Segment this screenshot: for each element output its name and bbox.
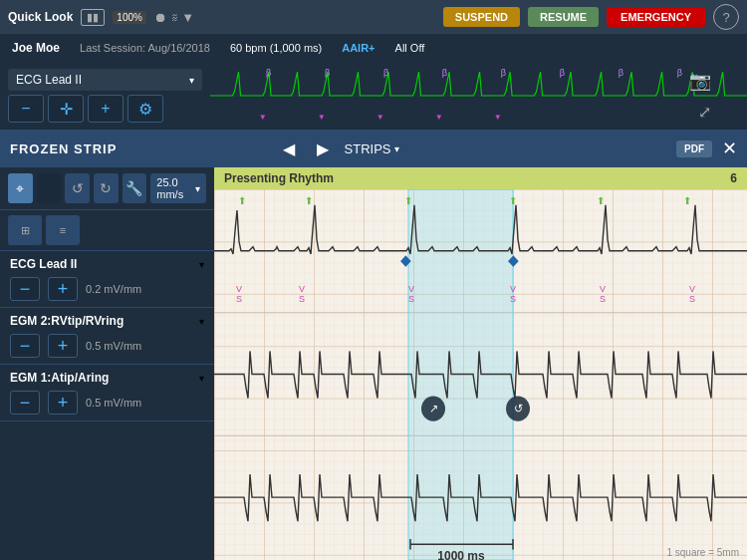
- svg-text:1000 ms: 1000 ms: [437, 549, 485, 560]
- svg-text:⬆: ⬆: [404, 194, 412, 205]
- frozen-strip-bar: FROZEN STRIP ◀ ▶ STRIPS ▾ PDF ✕: [0, 130, 747, 167]
- egm2-plus-button[interactable]: +: [48, 334, 78, 358]
- battery-percent: 100%: [113, 11, 146, 24]
- resume-button[interactable]: RESUME: [528, 7, 599, 27]
- speed-chevron-icon: ▾: [195, 183, 200, 194]
- right-panel: Presenting Rhythm 6: [214, 167, 747, 560]
- ecg-plus-button[interactable]: +: [88, 95, 124, 123]
- svg-text:▼: ▼: [318, 113, 326, 122]
- svg-text:▼: ▼: [494, 113, 502, 122]
- channel-ecg-chevron-icon: ▾: [199, 259, 204, 270]
- svg-text:⬆: ⬆: [238, 194, 246, 205]
- chevron-down-icon: ▾: [189, 75, 194, 86]
- channel-egm2-header[interactable]: EGM 2:RVtip/RVring ▾: [10, 314, 204, 328]
- egm2-value: 0.5 mV/mm: [86, 340, 145, 352]
- egm1-value: 0.5 mV/mm: [86, 397, 145, 409]
- svg-text:V: V: [299, 284, 306, 294]
- strips-label: STRIPS: [345, 141, 391, 156]
- fill-tool-button[interactable]: [37, 173, 62, 203]
- presenting-rhythm-label: Presenting Rhythm: [224, 171, 334, 185]
- svg-text:V: V: [689, 284, 696, 294]
- ecg-grid-area: ⬆ ⬆ ⬆ ⬆ ⬆ ⬆ V S V S V S V S V S V S: [214, 189, 747, 560]
- ecg-ch-minus-button[interactable]: −: [10, 277, 40, 301]
- svg-text:S: S: [510, 294, 516, 304]
- ecg-controls: − ✛ + ⚙: [8, 95, 202, 123]
- ecg-lead-selector[interactable]: ECG Lead II ▾: [8, 69, 202, 91]
- presenting-rhythm-bar: Presenting Rhythm 6: [214, 167, 747, 189]
- channel-egm1-name: EGM 1:Atip/Aring: [10, 371, 109, 385]
- svg-text:V: V: [408, 284, 415, 294]
- grid-view-button[interactable]: ⊞: [8, 215, 42, 245]
- ecg-waveform-top: β β β β β β β β ▼ ▼ ▼ ▼ ▼: [210, 62, 747, 130]
- channel-egm2-name: EGM 2:RVtip/RVring: [10, 314, 124, 328]
- svg-text:▼: ▼: [435, 113, 443, 122]
- egm1-plus-button[interactable]: +: [48, 391, 78, 415]
- tools-row-2: ⊞ ≡: [0, 210, 214, 251]
- left-panel: ⌖ ↺ ↻ 🔧 25.0 mm/s ▾ ⊞ ≡ ECG Lead II ▾ − …: [0, 167, 214, 560]
- svg-text:◆: ◆: [400, 252, 411, 268]
- close-button[interactable]: ✕: [722, 138, 737, 159]
- svg-text:β: β: [619, 68, 623, 78]
- suspend-button[interactable]: SUSPEND: [443, 7, 520, 27]
- channel-egm1-controls: − + 0.5 mV/mm: [10, 391, 204, 415]
- svg-text:S: S: [600, 294, 606, 304]
- ecg-minus-button[interactable]: −: [8, 95, 44, 123]
- ecg-cursor-button[interactable]: ✛: [48, 95, 84, 123]
- svg-text:β: β: [325, 68, 330, 78]
- channel-ecg-lead-ii: ECG Lead II ▾ − + 0.2 mV/mm: [0, 251, 214, 308]
- redo-button[interactable]: ↻: [94, 173, 119, 203]
- patient-name: Joe Moe: [12, 41, 60, 55]
- help-button[interactable]: ?: [713, 4, 739, 30]
- egm2-minus-button[interactable]: −: [10, 334, 40, 358]
- caliper-tool-button[interactable]: ⌖: [8, 173, 33, 203]
- channel-ecg-name: ECG Lead II: [10, 257, 77, 271]
- svg-text:β: β: [383, 68, 388, 78]
- last-session: Last Session: Aug/16/2018: [80, 42, 210, 54]
- device-icon: ⏺ ≋ ▼: [154, 10, 194, 25]
- svg-text:β: β: [560, 68, 565, 78]
- svg-text:⬆: ⬆: [305, 194, 313, 205]
- svg-text:▼: ▼: [259, 113, 267, 122]
- patient-alloff: All Off: [395, 42, 425, 54]
- svg-text:⬆: ⬆: [597, 194, 605, 205]
- ecg-settings-button[interactable]: ⚙: [127, 95, 163, 123]
- channel-egm2: EGM 2:RVtip/RVring ▾ − + 0.5 mV/mm: [0, 308, 214, 365]
- emergency-button[interactable]: EMERGENCY: [607, 7, 705, 27]
- scale-label: 1 square = 5mm: [666, 547, 739, 558]
- pdf-button[interactable]: PDF: [676, 140, 712, 157]
- svg-text:⬆: ⬆: [683, 194, 691, 205]
- egm1-minus-button[interactable]: −: [10, 391, 40, 415]
- strips-dropdown[interactable]: STRIPS ▾: [345, 141, 400, 156]
- svg-text:↺: ↺: [514, 403, 523, 415]
- channel-egm1-header[interactable]: EGM 1:Atip/Aring ▾: [10, 371, 204, 385]
- prev-strip-button[interactable]: ◀: [277, 138, 301, 160]
- undo-button[interactable]: ↺: [65, 173, 90, 203]
- speed-selector[interactable]: 25.0 mm/s ▾: [150, 173, 206, 203]
- svg-text:V: V: [510, 284, 517, 294]
- channel-egm2-chevron-icon: ▾: [199, 316, 204, 327]
- frozen-strip-label: FROZEN STRIP: [10, 141, 267, 156]
- channel-ecg-header[interactable]: ECG Lead II ▾: [10, 257, 204, 271]
- camera-icon[interactable]: 📷: [689, 70, 711, 92]
- expand-icon[interactable]: ⤢: [698, 103, 711, 122]
- presenting-number: 6: [730, 171, 737, 185]
- wrench-button[interactable]: 🔧: [123, 173, 147, 203]
- patient-mode: AAIR+: [342, 42, 374, 54]
- battery-icon: ▮▮: [81, 9, 105, 26]
- svg-text:β: β: [501, 68, 506, 78]
- next-strip-button[interactable]: ▶: [311, 138, 335, 160]
- tools-row: ⌖ ↺ ↻ 🔧 25.0 mm/s ▾: [0, 167, 214, 210]
- strip-view-button[interactable]: ≡: [46, 215, 80, 245]
- ecg-ch-value: 0.2 mV/mm: [86, 283, 145, 295]
- svg-text:⬆: ⬆: [509, 194, 517, 205]
- ecg-ch-plus-button[interactable]: +: [48, 277, 78, 301]
- svg-text:S: S: [689, 294, 695, 304]
- ecg-strip-left: ECG Lead II ▾ − ✛ + ⚙: [0, 63, 210, 129]
- svg-text:↗: ↗: [429, 403, 438, 415]
- quick-look-label: Quick Look: [8, 10, 73, 24]
- svg-text:β: β: [677, 68, 682, 78]
- svg-text:β: β: [266, 68, 271, 78]
- channel-egm1-chevron-icon: ▾: [199, 373, 204, 384]
- top-header: Quick Look ▮▮ 100% ⏺ ≋ ▼ SUSPEND RESUME …: [0, 0, 747, 34]
- strips-chevron-icon: ▾: [394, 143, 399, 154]
